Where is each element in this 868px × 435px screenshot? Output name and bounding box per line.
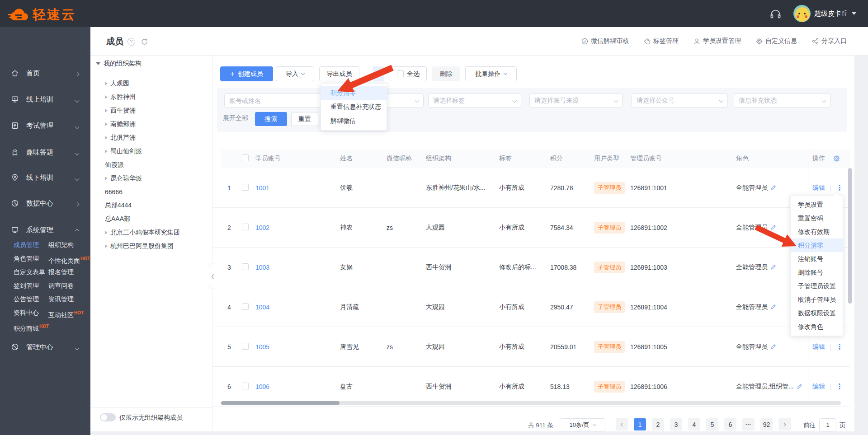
more-actions-button[interactable]: ⋮ <box>373 66 384 81</box>
row-checkbox[interactable] <box>242 263 249 270</box>
prev-page-button[interactable] <box>616 418 628 430</box>
help-icon[interactable]: ? <box>127 38 135 46</box>
tree-node[interactable]: 北京三小鸡假本研究集团 <box>105 226 180 239</box>
page-button[interactable]: 1 <box>634 418 646 430</box>
menu-item[interactable]: 积分清零 <box>791 239 843 252</box>
show-no-org-toggle[interactable] <box>100 413 116 421</box>
edit-pencil-icon[interactable] <box>770 264 776 270</box>
edit-pencil-icon[interactable] <box>770 225 776 230</box>
submenu-item[interactable]: 报名管理 <box>48 267 90 277</box>
edit-button[interactable]: 编辑 <box>812 184 825 192</box>
submenu-item[interactable]: 公告管理 <box>14 295 48 304</box>
menu-item[interactable]: 重置密码 <box>791 211 843 225</box>
sidebar-item-admin-center[interactable]: 管理中心 <box>0 338 90 356</box>
menu-item[interactable]: 解绑微信 <box>321 114 387 128</box>
sidebar-item-exam[interactable]: 考试管理 <box>0 117 90 135</box>
account-link[interactable]: 1001 <box>255 184 269 192</box>
page-button[interactable]: 2 <box>652 418 664 430</box>
page-button[interactable]: 6 <box>724 418 736 430</box>
filter-select-tag[interactable]: 请选择标签 <box>428 94 521 108</box>
account-link[interactable]: 1003 <box>255 264 269 271</box>
row-more-button[interactable]: ⋮ <box>836 185 843 191</box>
edit-pencil-icon[interactable] <box>770 185 776 191</box>
search-button[interactable]: 搜索 <box>255 112 287 126</box>
tree-node[interactable]: 总部4444 <box>105 199 180 212</box>
edit-pencil-icon[interactable] <box>770 304 776 310</box>
account-link[interactable]: 1005 <box>255 343 269 351</box>
row-checkbox[interactable] <box>242 343 249 350</box>
brand-logo[interactable]: 轻速云 <box>8 6 76 24</box>
refresh-icon[interactable] <box>141 38 148 46</box>
page-button[interactable]: 5 <box>706 418 718 430</box>
filter-select-info-status[interactable]: 信息补充状态 <box>734 94 830 108</box>
sidebar-item-offline-training[interactable]: 线下培训 <box>0 168 90 187</box>
tree-root-node[interactable]: 我的组织架构 <box>96 60 142 68</box>
sidebar-item-system[interactable]: 系统管理 <box>0 221 90 239</box>
submenu-item[interactable]: 积分商城HOT <box>14 322 48 331</box>
expand-all-link[interactable]: 展开全部 <box>223 114 248 122</box>
menu-item[interactable]: 修改有效期 <box>791 225 843 239</box>
menu-item[interactable]: 子管理员设置 <box>791 279 843 293</box>
import-button[interactable]: 导入 <box>276 66 314 81</box>
edit-button[interactable]: 编辑 <box>812 343 825 351</box>
row-more-button[interactable]: ⋮ <box>836 344 843 350</box>
sidebar-item-quiz[interactable]: 趣味答题 <box>0 143 90 161</box>
edit-button[interactable]: 编辑 <box>812 383 825 391</box>
menu-item[interactable]: 修改角色 <box>791 320 843 333</box>
menu-item[interactable]: 注销账号 <box>791 252 843 266</box>
row-checkbox[interactable] <box>242 383 249 389</box>
tree-node[interactable]: 总AAA部 <box>105 212 180 226</box>
menu-item[interactable]: 重置信息补充状态 <box>321 100 387 114</box>
tree-node[interactable]: 大观园 <box>105 77 180 90</box>
menu-item[interactable]: 积分清零 <box>321 86 387 100</box>
link-student-settings[interactable]: 学员设置管理 <box>693 37 741 45</box>
submenu-item[interactable]: 自定义表单 <box>14 267 48 277</box>
row-checkbox[interactable] <box>242 303 249 310</box>
batch-operations-button[interactable]: 批量操作 <box>465 66 517 81</box>
submenu-item[interactable]: 角色管理 <box>14 254 48 263</box>
submenu-item[interactable]: 资讯管理 <box>48 295 90 304</box>
headset-icon[interactable] <box>769 8 782 20</box>
page-button[interactable]: ••• <box>742 418 755 430</box>
link-wechat-unbind-audit[interactable]: 微信解绑审核 <box>581 37 629 45</box>
horizontal-scrollbar[interactable] <box>221 401 841 405</box>
horizontal-scrollbar-thumb[interactable] <box>221 401 340 405</box>
row-checkbox[interactable] <box>242 184 249 191</box>
submenu-item[interactable]: 组织架构 <box>48 240 90 250</box>
page-size-select[interactable]: 10条/页 <box>560 418 605 431</box>
user-menu[interactable]: 超级皮卡丘 <box>793 5 856 22</box>
tree-node[interactable]: 北俱芦洲 <box>105 131 180 145</box>
submenu-item[interactable]: 个性化页面HOT <box>48 254 90 263</box>
row-more-button[interactable]: ⋮ <box>836 384 843 390</box>
next-page-button[interactable] <box>778 418 791 430</box>
export-members-button[interactable]: 导出成员 <box>319 66 359 81</box>
edit-pencil-icon[interactable] <box>770 344 776 350</box>
menu-item[interactable]: 删除账号 <box>791 266 843 279</box>
submenu-item[interactable]: 资料中心 <box>14 308 48 318</box>
header-checkbox[interactable] <box>242 154 249 161</box>
tree-node[interactable]: 66666 <box>105 185 180 199</box>
tree-node[interactable]: 昆仑琼华派 <box>105 172 180 185</box>
menu-item[interactable]: 数据权限设置 <box>791 306 843 320</box>
page-button[interactable]: 4 <box>688 418 700 430</box>
row-checkbox[interactable] <box>242 224 249 230</box>
sidebar-item-home[interactable]: 首页 <box>0 64 90 82</box>
tree-node[interactable]: 西牛贺洲 <box>105 104 180 117</box>
delete-button[interactable]: 删除 <box>432 66 460 81</box>
sidebar-item-data-center[interactable]: 数据中心 <box>0 194 90 212</box>
sidebar-item-online-training[interactable]: 线上培训 <box>0 90 90 108</box>
column-settings-gear-icon[interactable] <box>833 155 840 162</box>
menu-item[interactable]: 取消子管理员 <box>791 293 843 306</box>
filter-select-account-source[interactable]: 请选择账号来源 <box>529 94 623 108</box>
submenu-item[interactable]: 互动社区HOT <box>48 308 90 318</box>
select-all-checkbox[interactable] <box>397 70 404 77</box>
submenu-item[interactable]: 签到管理 <box>14 281 48 290</box>
page-button[interactable]: 3 <box>670 418 682 430</box>
tree-node[interactable]: 南赡部洲 <box>105 117 180 131</box>
account-link[interactable]: 1004 <box>255 304 269 311</box>
tree-node[interactable]: 蜀山仙剑派 <box>105 145 180 158</box>
filter-select-official-account[interactable]: 请选择公众号 <box>632 94 728 108</box>
edit-pencil-icon[interactable] <box>797 384 802 389</box>
tree-node[interactable]: 仙霞派 <box>105 158 180 172</box>
link-tag-management[interactable]: 标签管理 <box>644 37 679 45</box>
